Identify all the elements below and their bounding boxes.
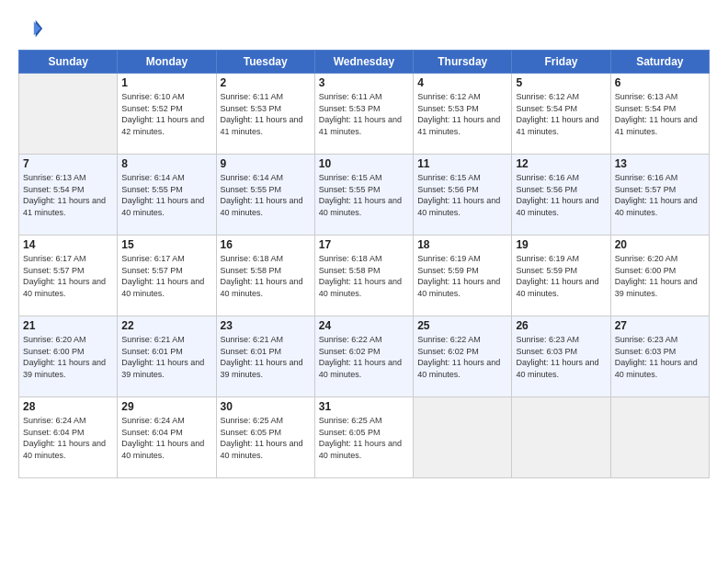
- day-info: Sunrise: 6:18 AMSunset: 5:58 PMDaylight:…: [319, 253, 409, 299]
- week-row-1: 1Sunrise: 6:10 AMSunset: 5:52 PMDaylight…: [19, 74, 710, 155]
- day-info: Sunrise: 6:13 AMSunset: 5:54 PMDaylight:…: [615, 91, 705, 137]
- day-info: Sunrise: 6:23 AMSunset: 6:03 PMDaylight:…: [615, 334, 705, 380]
- day-cell: 8Sunrise: 6:14 AMSunset: 5:55 PMDaylight…: [118, 155, 216, 236]
- day-number: 23: [221, 319, 311, 332]
- logo-icon: [18, 17, 44, 42]
- day-info: Sunrise: 6:15 AMSunset: 5:55 PMDaylight:…: [319, 172, 409, 218]
- day-number: 31: [319, 400, 409, 413]
- day-cell: 31Sunrise: 6:25 AMSunset: 6:05 PMDayligh…: [314, 397, 413, 478]
- col-header-monday: Monday: [118, 51, 216, 74]
- day-number: 22: [121, 319, 211, 332]
- day-number: 4: [417, 76, 507, 89]
- day-number: 29: [121, 400, 211, 413]
- header-row: SundayMondayTuesdayWednesdayThursdayFrid…: [19, 51, 710, 74]
- day-number: 24: [319, 319, 409, 332]
- day-info: Sunrise: 6:12 AMSunset: 5:54 PMDaylight:…: [516, 91, 606, 137]
- day-number: 28: [23, 400, 113, 413]
- day-cell: 23Sunrise: 6:21 AMSunset: 6:01 PMDayligh…: [216, 316, 314, 397]
- day-cell: 16Sunrise: 6:18 AMSunset: 5:58 PMDayligh…: [216, 236, 314, 316]
- day-info: Sunrise: 6:24 AMSunset: 6:04 PMDaylight:…: [23, 415, 113, 461]
- day-cell: 26Sunrise: 6:23 AMSunset: 6:03 PMDayligh…: [512, 316, 610, 397]
- day-number: 26: [516, 319, 606, 332]
- day-number: 12: [516, 157, 606, 170]
- day-number: 7: [23, 157, 113, 170]
- day-cell: 17Sunrise: 6:18 AMSunset: 5:58 PMDayligh…: [314, 236, 413, 316]
- day-cell: [610, 397, 709, 478]
- day-info: Sunrise: 6:11 AMSunset: 5:53 PMDaylight:…: [319, 91, 409, 137]
- day-cell: 6Sunrise: 6:13 AMSunset: 5:54 PMDaylight…: [610, 74, 709, 155]
- day-info: Sunrise: 6:22 AMSunset: 6:02 PMDaylight:…: [417, 334, 507, 380]
- day-cell: 5Sunrise: 6:12 AMSunset: 5:54 PMDaylight…: [512, 74, 610, 155]
- day-cell: 28Sunrise: 6:24 AMSunset: 6:04 PMDayligh…: [19, 397, 118, 478]
- day-info: Sunrise: 6:21 AMSunset: 6:01 PMDaylight:…: [221, 334, 311, 380]
- day-info: Sunrise: 6:11 AMSunset: 5:53 PMDaylight:…: [221, 91, 311, 137]
- day-info: Sunrise: 6:15 AMSunset: 5:56 PMDaylight:…: [417, 172, 507, 218]
- day-number: 1: [121, 76, 211, 89]
- day-cell: [512, 397, 610, 478]
- day-cell: 2Sunrise: 6:11 AMSunset: 5:53 PMDaylight…: [216, 74, 314, 155]
- logo: [18, 17, 48, 42]
- day-info: Sunrise: 6:24 AMSunset: 6:04 PMDaylight:…: [121, 415, 211, 461]
- day-cell: 18Sunrise: 6:19 AMSunset: 5:59 PMDayligh…: [414, 236, 512, 316]
- calendar-table: SundayMondayTuesdayWednesdayThursdayFrid…: [18, 50, 710, 478]
- day-number: 21: [23, 319, 113, 332]
- day-number: 18: [417, 238, 507, 251]
- day-cell: 19Sunrise: 6:19 AMSunset: 5:59 PMDayligh…: [512, 236, 610, 316]
- day-info: Sunrise: 6:22 AMSunset: 6:02 PMDaylight:…: [319, 334, 409, 380]
- day-cell: 24Sunrise: 6:22 AMSunset: 6:02 PMDayligh…: [314, 316, 413, 397]
- day-number: 11: [417, 157, 507, 170]
- day-info: Sunrise: 6:13 AMSunset: 5:54 PMDaylight:…: [23, 172, 113, 218]
- day-number: 8: [121, 157, 211, 170]
- day-info: Sunrise: 6:17 AMSunset: 5:57 PMDaylight:…: [121, 253, 211, 299]
- day-cell: 27Sunrise: 6:23 AMSunset: 6:03 PMDayligh…: [610, 316, 709, 397]
- day-number: 27: [615, 319, 705, 332]
- day-info: Sunrise: 6:14 AMSunset: 5:55 PMDaylight:…: [121, 172, 211, 218]
- day-cell: 7Sunrise: 6:13 AMSunset: 5:54 PMDaylight…: [19, 155, 118, 236]
- day-cell: 11Sunrise: 6:15 AMSunset: 5:56 PMDayligh…: [414, 155, 512, 236]
- day-number: 30: [221, 400, 311, 413]
- day-cell: 20Sunrise: 6:20 AMSunset: 6:00 PMDayligh…: [610, 236, 709, 316]
- day-cell: 1Sunrise: 6:10 AMSunset: 5:52 PMDaylight…: [118, 74, 216, 155]
- day-cell: 9Sunrise: 6:14 AMSunset: 5:55 PMDaylight…: [216, 155, 314, 236]
- day-cell: 15Sunrise: 6:17 AMSunset: 5:57 PMDayligh…: [118, 236, 216, 316]
- header: [18, 17, 710, 42]
- day-info: Sunrise: 6:21 AMSunset: 6:01 PMDaylight:…: [121, 334, 211, 380]
- day-cell: 29Sunrise: 6:24 AMSunset: 6:04 PMDayligh…: [118, 397, 216, 478]
- day-info: Sunrise: 6:14 AMSunset: 5:55 PMDaylight:…: [221, 172, 311, 218]
- day-number: 16: [221, 238, 311, 251]
- week-row-3: 14Sunrise: 6:17 AMSunset: 5:57 PMDayligh…: [19, 236, 710, 316]
- col-header-thursday: Thursday: [414, 51, 512, 74]
- day-info: Sunrise: 6:20 AMSunset: 6:00 PMDaylight:…: [615, 253, 705, 299]
- day-cell: 3Sunrise: 6:11 AMSunset: 5:53 PMDaylight…: [314, 74, 413, 155]
- page: SundayMondayTuesdayWednesdayThursdayFrid…: [0, 0, 728, 563]
- col-header-sunday: Sunday: [19, 51, 118, 74]
- day-number: 6: [615, 76, 705, 89]
- col-header-wednesday: Wednesday: [314, 51, 413, 74]
- day-info: Sunrise: 6:10 AMSunset: 5:52 PMDaylight:…: [121, 91, 211, 137]
- day-cell: 30Sunrise: 6:25 AMSunset: 6:05 PMDayligh…: [216, 397, 314, 478]
- day-info: Sunrise: 6:23 AMSunset: 6:03 PMDaylight:…: [516, 334, 606, 380]
- day-number: 19: [516, 238, 606, 251]
- day-cell: [414, 397, 512, 478]
- day-cell: 25Sunrise: 6:22 AMSunset: 6:02 PMDayligh…: [414, 316, 512, 397]
- day-info: Sunrise: 6:19 AMSunset: 5:59 PMDaylight:…: [417, 253, 507, 299]
- week-row-5: 28Sunrise: 6:24 AMSunset: 6:04 PMDayligh…: [19, 397, 710, 478]
- day-number: 15: [121, 238, 211, 251]
- day-info: Sunrise: 6:17 AMSunset: 5:57 PMDaylight:…: [23, 253, 113, 299]
- day-number: 13: [615, 157, 705, 170]
- day-cell: 22Sunrise: 6:21 AMSunset: 6:01 PMDayligh…: [118, 316, 216, 397]
- col-header-tuesday: Tuesday: [216, 51, 314, 74]
- day-number: 10: [319, 157, 409, 170]
- col-header-friday: Friday: [512, 51, 610, 74]
- day-info: Sunrise: 6:19 AMSunset: 5:59 PMDaylight:…: [516, 253, 606, 299]
- col-header-saturday: Saturday: [610, 51, 709, 74]
- day-info: Sunrise: 6:25 AMSunset: 6:05 PMDaylight:…: [221, 415, 311, 461]
- day-info: Sunrise: 6:25 AMSunset: 6:05 PMDaylight:…: [319, 415, 409, 461]
- week-row-2: 7Sunrise: 6:13 AMSunset: 5:54 PMDaylight…: [19, 155, 710, 236]
- day-number: 5: [516, 76, 606, 89]
- day-number: 2: [221, 76, 311, 89]
- day-number: 20: [615, 238, 705, 251]
- day-info: Sunrise: 6:12 AMSunset: 5:53 PMDaylight:…: [417, 91, 507, 137]
- day-cell: 10Sunrise: 6:15 AMSunset: 5:55 PMDayligh…: [314, 155, 413, 236]
- day-number: 17: [319, 238, 409, 251]
